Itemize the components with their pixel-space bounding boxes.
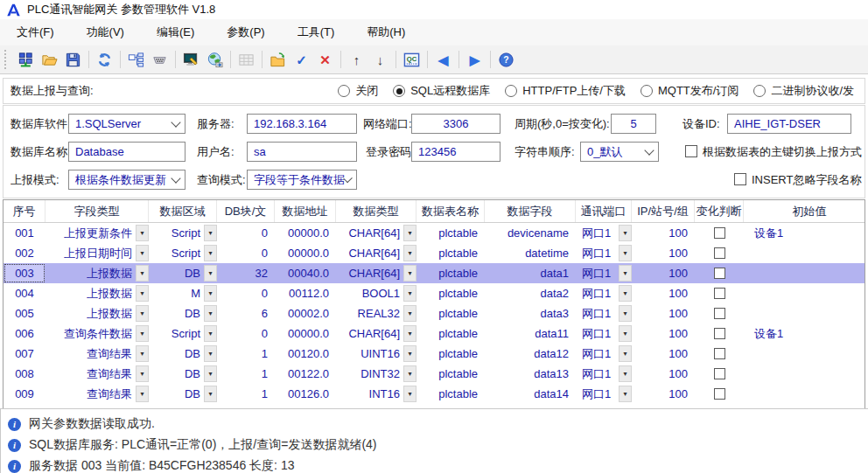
delete-x-icon[interactable]: ✕ <box>314 49 336 71</box>
dropdown-button[interactable]: ▾ <box>136 386 149 402</box>
net-tree-icon[interactable] <box>125 49 147 71</box>
globe-transfer-icon[interactable] <box>204 49 226 71</box>
server-label: 服务器: <box>197 114 234 134</box>
refresh-icon[interactable] <box>94 49 116 71</box>
db-software-select[interactable]: 1.SQLServer <box>68 114 186 134</box>
insert-ignore-checkbox[interactable] <box>734 173 746 185</box>
dropdown-button[interactable]: ▾ <box>204 365 217 382</box>
table-row[interactable]: 006 查询条件数据▾ Script▾ 0 00000.0 CHAR[64]▾ … <box>4 323 864 344</box>
dropdown-button[interactable]: ▾ <box>136 265 149 282</box>
menu-item[interactable]: 编辑(E) <box>145 20 206 45</box>
report-mode-radio[interactable]: 二进制协议收/发 <box>753 83 854 99</box>
comm-port-cell: 网口1 <box>576 286 615 302</box>
change-detect-checkbox[interactable] <box>714 247 725 259</box>
pk-switch-checkbox[interactable] <box>685 145 697 157</box>
table-row[interactable]: 004 上报数据▾ M▾ 0 00112.0 BOOL1▾ plctable d… <box>4 283 864 303</box>
monitor-edit-icon[interactable] <box>180 49 202 71</box>
dropdown-button[interactable]: ▾ <box>619 345 632 362</box>
dropdown-button[interactable]: ▾ <box>403 386 416 402</box>
change-detect-checkbox[interactable] <box>714 328 725 339</box>
dropdown-button[interactable]: ▾ <box>204 386 217 402</box>
dropdown-button[interactable]: ▾ <box>403 245 416 261</box>
dropdown-button[interactable]: ▾ <box>619 225 632 241</box>
report-mode-radio[interactable]: SQL远程数据库 <box>393 83 490 99</box>
menu-item[interactable]: 参数(P) <box>215 20 276 45</box>
dropdown-button[interactable]: ▾ <box>204 345 217 362</box>
dropdown-button[interactable]: ▾ <box>619 265 632 282</box>
next-icon[interactable]: ▶ <box>464 49 486 71</box>
change-detect-checkbox[interactable] <box>714 288 725 299</box>
dropdown-button[interactable]: ▾ <box>136 305 149 322</box>
apply-check-icon[interactable]: ✓ <box>290 49 312 71</box>
dropdown-button[interactable]: ▾ <box>403 345 416 362</box>
table-row[interactable]: 005 上报数据▾ DB▾ 6 00002.0 REAL32▾ plctable… <box>4 303 864 323</box>
open-folder-icon[interactable] <box>38 49 60 71</box>
dropdown-button[interactable]: ▾ <box>204 305 217 322</box>
dropdown-button[interactable]: ▾ <box>403 365 416 382</box>
dropdown-button[interactable]: ▾ <box>204 325 217 342</box>
dropdown-button[interactable]: ▾ <box>204 285 217 302</box>
dropdown-button[interactable]: ▾ <box>403 265 416 282</box>
menu-item[interactable]: 帮助(H) <box>355 20 416 45</box>
dropdown-button[interactable]: ▾ <box>204 265 217 282</box>
table-row[interactable]: 002 上报日期时间▾ Script▾ 0 00000.0 CHAR[64]▾ … <box>4 243 864 263</box>
dropdown-button[interactable]: ▾ <box>204 245 217 261</box>
dropdown-button[interactable]: ▾ <box>136 345 149 362</box>
prev-icon[interactable]: ◀ <box>432 49 454 71</box>
table-row[interactable]: 009 查询结果▾ DB▾ 1 00126.0 INT16▾ plctable … <box>4 384 864 404</box>
dropdown-button[interactable]: ▾ <box>619 285 632 302</box>
move-up-icon[interactable]: ↑ <box>346 49 368 71</box>
change-detect-checkbox[interactable] <box>714 227 725 239</box>
move-down-icon[interactable]: ↓ <box>369 49 391 71</box>
help-icon[interactable]: ? <box>495 49 517 71</box>
dropdown-button[interactable]: ▾ <box>403 225 416 241</box>
username-input[interactable]: sa <box>247 142 357 162</box>
table-row[interactable]: 003 上报数据▾ DB▾ 32 00040.0 CHAR[64]▾ plcta… <box>4 263 864 283</box>
table-grid-icon[interactable] <box>235 49 257 71</box>
table-row[interactable]: 008 查询结果▾ DB▾ 1 00122.0 DINT32▾ plctable… <box>4 364 864 384</box>
dropdown-button[interactable]: ▾ <box>403 325 416 342</box>
dropdown-button[interactable]: ▾ <box>136 225 149 241</box>
menu-item[interactable]: 功能(V) <box>75 20 136 45</box>
connect-icon[interactable] <box>15 49 37 71</box>
table-row[interactable]: 001 上报更新条件▾ Script▾ 0 00000.0 CHAR[64]▾ … <box>4 223 864 243</box>
change-detect-checkbox[interactable] <box>714 348 725 359</box>
dropdown-button[interactable]: ▾ <box>136 245 149 261</box>
cycle-input[interactable]: 5 <box>611 114 656 134</box>
query-mode-select[interactable]: 字段等于条件数据 <box>247 170 357 190</box>
change-detect-checkbox[interactable] <box>714 388 725 400</box>
port-input[interactable]: 3306 <box>411 114 500 134</box>
table-row[interactable]: 007 查询结果▾ DB▾ 1 00120.0 UINT16▾ plctable… <box>4 344 864 364</box>
report-mode-select[interactable]: 根据条件数据更新 <box>68 170 186 190</box>
dropdown-button[interactable]: ▾ <box>204 225 217 241</box>
dropdown-button[interactable]: ▾ <box>619 365 632 382</box>
serial-port-icon[interactable] <box>149 49 171 71</box>
dropdown-button[interactable]: ▾ <box>619 305 632 322</box>
server-input[interactable]: 192.168.3.164 <box>247 114 357 134</box>
device-id-input[interactable]: AIHE_IGT-DSER <box>727 114 851 134</box>
qc-icon[interactable]: QC <box>401 49 423 71</box>
column-header: 通讯端口 <box>576 200 632 222</box>
report-mode-radio[interactable]: 关闭 <box>338 83 378 99</box>
menu-item[interactable]: 工具(T) <box>286 20 346 45</box>
change-detect-checkbox[interactable] <box>714 268 725 279</box>
db-name-input[interactable]: Database <box>68 142 186 162</box>
paste-folder-icon[interactable] <box>267 49 289 71</box>
menu-item[interactable]: 文件(F) <box>5 20 66 45</box>
report-mode-radio[interactable]: MQTT发布/订阅 <box>640 83 738 99</box>
dropdown-button[interactable]: ▾ <box>136 285 149 302</box>
dropdown-button[interactable]: ▾ <box>136 325 149 342</box>
string-order-select[interactable]: 0_默认 <box>580 142 659 162</box>
dropdown-button[interactable]: ▾ <box>619 325 632 342</box>
dropdown-button[interactable]: ▾ <box>619 386 632 402</box>
dropdown-button[interactable]: ▾ <box>403 305 416 322</box>
change-detect-checkbox[interactable] <box>714 308 725 319</box>
save-icon[interactable] <box>62 49 84 71</box>
report-mode-radio[interactable]: HTTP/FTP上传/下载 <box>505 83 626 99</box>
dropdown-button[interactable]: ▾ <box>403 285 416 302</box>
dropdown-button[interactable]: ▾ <box>136 365 149 382</box>
app-window: { "window": { "title": "PLC通讯智能网关 参数管理软件… <box>0 0 868 473</box>
change-detect-checkbox[interactable] <box>714 368 725 379</box>
password-input[interactable]: 123456 <box>411 142 500 162</box>
dropdown-button[interactable]: ▾ <box>619 245 632 261</box>
